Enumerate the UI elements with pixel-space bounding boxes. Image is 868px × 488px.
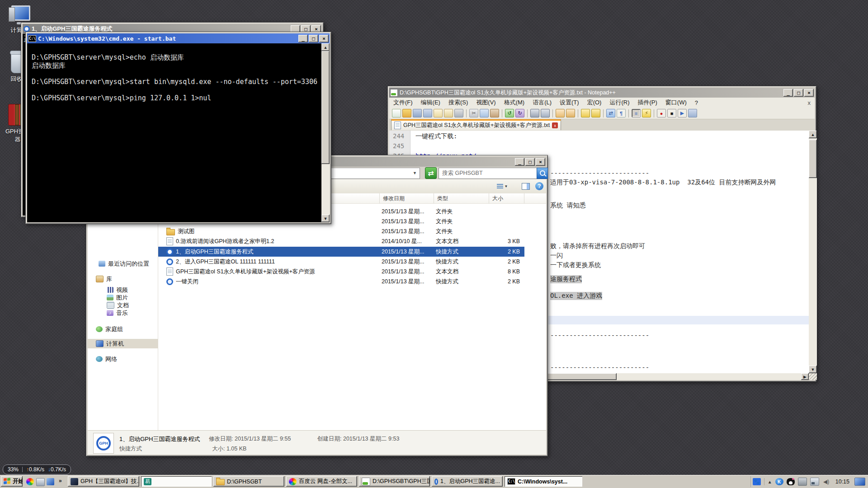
clock[interactable]: 10:15 [834, 479, 851, 485]
sync-horizontal-icon[interactable] [591, 109, 600, 117]
column-header-type[interactable]: 类型 [434, 193, 489, 203]
task-button-yi[interactable]: 易 [141, 476, 212, 487]
cut-icon[interactable]: ✂ [469, 109, 478, 117]
menu-macro[interactable]: 宏(O) [583, 97, 606, 108]
net-speed-monitor[interactable]: 33% 0.8K/s 0.7K/s [3, 465, 71, 474]
quicklaunch-pinwheel-icon[interactable] [26, 478, 34, 485]
scroll-down-icon[interactable]: ▼ [809, 366, 817, 373]
file-row[interactable]: 0.游戏前请阅读GPH游戏者之家申明1.2 2014/10/10 星... 文本… [158, 236, 523, 246]
task-button-notepadpp[interactable]: D:\GPHSGBT\GPH三国... [359, 476, 430, 487]
menu-format[interactable]: 格式(M) [500, 97, 529, 108]
task-button-baidu-pan[interactable]: 百度云 网盘-全部文... [286, 476, 357, 487]
file-row-selected[interactable]: 1、启动GPH三国霸途服务程式 2015/1/13 星期... 快捷方式 2 K… [158, 247, 524, 257]
indent-guide-icon[interactable]: ≡ [632, 109, 641, 117]
menu-file[interactable]: 文件(F) [389, 97, 417, 108]
search-input[interactable]: 搜索 GPHSGBT [439, 168, 540, 179]
macro-play-icon[interactable]: ▶ [678, 109, 687, 117]
file-row[interactable]: 2、进入GPH三国霸途OL 111111 111111 2015/1/13 星期… [158, 257, 523, 267]
menu-edit[interactable]: 编辑(E) [417, 97, 444, 108]
resize-grip[interactable] [809, 373, 817, 380]
file-row[interactable]: 测试图 2015/1/13 星期... 文件夹 [158, 226, 523, 236]
show-desktop-icon[interactable] [36, 478, 45, 486]
open-file-icon[interactable] [402, 109, 411, 117]
sidebar-item-libraries[interactable]: 库 [88, 274, 166, 284]
show-hidden-icons-chevron[interactable]: ▲ [768, 479, 772, 484]
usb-device-icon[interactable] [798, 478, 807, 486]
scroll-up-icon[interactable]: ▲ [809, 131, 817, 138]
copy-icon[interactable] [480, 109, 489, 117]
print-icon[interactable] [454, 109, 463, 117]
menu-help[interactable]: ? [691, 98, 702, 108]
macro-record-icon[interactable]: ● [657, 109, 666, 117]
show-desktop-corner-icon[interactable] [854, 478, 865, 486]
paste-icon[interactable] [490, 109, 499, 117]
baidu-paw-icon[interactable]: 🐾 [753, 478, 761, 485]
network-status-icon[interactable] [810, 478, 819, 486]
menu-run[interactable]: 运行(R) [605, 97, 633, 108]
preview-pane-button[interactable] [521, 182, 531, 191]
undo-icon[interactable]: ↺ [505, 109, 514, 117]
sidebar-item-network[interactable]: 网络 [88, 354, 166, 364]
search-button[interactable] [537, 168, 548, 179]
maximize-button[interactable]: □ [794, 89, 803, 97]
kugou-icon[interactable]: K [775, 478, 783, 485]
task-button-gph-folder[interactable]: GPH【三国霸途ol】技... [68, 476, 139, 487]
sidebar-item-computer[interactable]: 计算机 [88, 339, 158, 348]
tab-close-icon[interactable]: x [552, 122, 558, 128]
minimize-button[interactable]: _ [783, 89, 793, 97]
close-doc-icon[interactable] [434, 109, 443, 117]
menu-plugins[interactable]: 插件(P) [633, 97, 661, 108]
redo-icon[interactable]: ↻ [515, 109, 524, 117]
sync-vertical-icon[interactable] [581, 109, 590, 117]
scroll-down-icon[interactable]: ▼ [321, 215, 330, 222]
task-button-gph-launcher[interactable]: 1、启动GPH三国霸途... [432, 476, 503, 487]
notepadpp-titlebar[interactable]: D:\GPHSGBT\GPH三国霸途ol S1永久单机珍藏版+架设视频+客户资源… [389, 88, 815, 98]
qq-penguin-icon[interactable] [787, 478, 795, 485]
sidebar-item-homegroup[interactable]: 家庭组 [88, 324, 166, 334]
cmd-titlebar[interactable]: C:\ C:\Windows\system32\cmd.exe - start.… [27, 33, 330, 43]
refresh-go-icon[interactable]: ⇄ [425, 167, 437, 179]
column-header-modified[interactable]: 修改日期 [380, 193, 434, 203]
zoom-out-icon[interactable] [566, 109, 575, 117]
volume-icon[interactable]: ◀) [822, 478, 830, 485]
start-button[interactable]: 开始 [1, 476, 23, 487]
maximize-button[interactable]: □ [309, 35, 318, 42]
help-button[interactable]: ? [534, 181, 544, 191]
cmd-console[interactable]: D:\GPHSGBT\server\mysql>echo 启动数据库 启动数据库… [27, 43, 321, 222]
scroll-right-icon[interactable]: ▶ [801, 373, 809, 380]
scroll-up-icon[interactable]: ▲ [321, 43, 330, 51]
macro-save-icon[interactable] [688, 109, 697, 117]
doc-close-icon[interactable]: x [804, 98, 815, 108]
menu-search[interactable]: 搜索(S) [444, 97, 472, 108]
menu-language[interactable]: 语言(L) [528, 97, 556, 108]
menu-window[interactable]: 窗口(W) [661, 97, 691, 108]
minimize-button[interactable]: _ [298, 35, 308, 42]
word-wrap-icon[interactable]: ⇄ [606, 109, 615, 117]
vscroll-thumb[interactable] [809, 140, 817, 178]
macro-stop-icon[interactable]: ■ [667, 109, 676, 117]
change-view-button[interactable]: ▼ [495, 182, 509, 191]
close-all-icon[interactable] [444, 109, 453, 117]
task-button-cmd[interactable]: C:\ C:\Windows\syst... [505, 476, 582, 487]
save-all-icon[interactable] [423, 109, 432, 117]
column-header-size[interactable]: 大小 [489, 193, 524, 203]
find-icon[interactable] [530, 109, 539, 117]
close-button[interactable]: × [804, 89, 814, 97]
vscroll-thumb[interactable] [321, 51, 330, 164]
address-dropdown-icon[interactable]: ▼ [413, 171, 417, 175]
maximize-button[interactable]: □ [525, 158, 535, 166]
quicklaunch-media-icon[interactable] [47, 478, 54, 485]
sidebar-item-recent[interactable]: 最近访问的位置 [88, 259, 169, 268]
notepadpp-vscrollbar[interactable]: ▲ ▼ [809, 131, 817, 373]
close-button[interactable]: × [319, 35, 329, 42]
minimize-button[interactable]: _ [515, 158, 524, 166]
file-row[interactable]: 一键关闭 2015/1/13 星期... 快捷方式 2 KB [158, 277, 523, 286]
quicklaunch-overflow-chevron[interactable]: » [59, 478, 62, 484]
menu-view[interactable]: 视图(V) [472, 97, 500, 108]
show-all-characters-icon[interactable]: ¶ [617, 109, 626, 117]
cmd-vscrollbar[interactable]: ▲ ▼ [321, 43, 330, 222]
close-button[interactable]: × [536, 158, 545, 166]
save-icon[interactable] [413, 109, 422, 117]
zoom-in-icon[interactable] [556, 109, 565, 117]
menu-settings[interactable]: 设置(T) [556, 97, 583, 108]
